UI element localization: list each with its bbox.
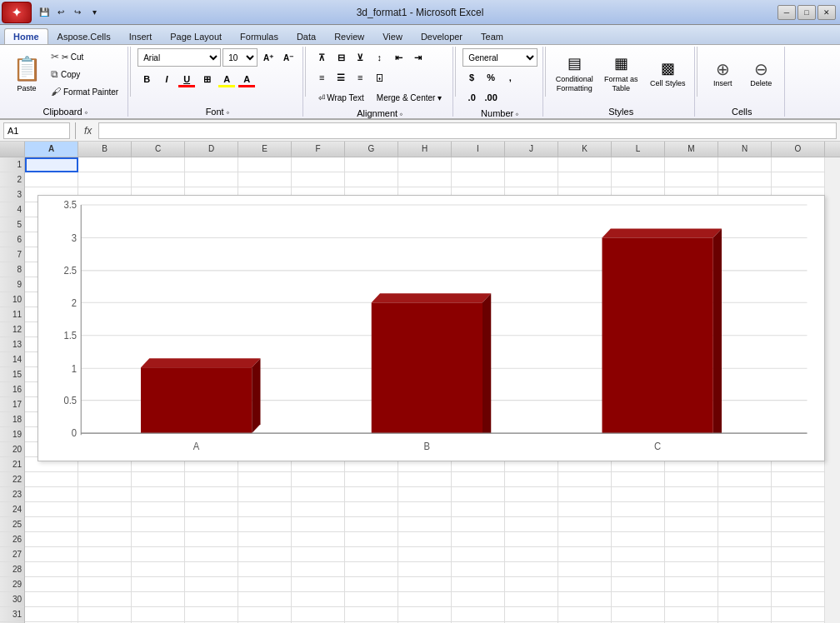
- cell-N26[interactable]: [718, 532, 772, 547]
- cell-H30[interactable]: [398, 592, 452, 607]
- number-format-select[interactable]: GeneralNumberCurrencyPercentage: [462, 48, 538, 67]
- cell-O25[interactable]: [772, 517, 825, 532]
- decrease-decimal-button[interactable]: .0: [462, 88, 481, 107]
- comma-button[interactable]: ,: [501, 68, 519, 87]
- font-expand-icon[interactable]: ⬦: [226, 108, 230, 116]
- cell-M28[interactable]: [665, 562, 718, 577]
- border-button[interactable]: ⊞: [198, 70, 216, 88]
- row-num-3[interactable]: 3: [0, 187, 24, 202]
- cell-H26[interactable]: [398, 532, 452, 547]
- cell-L22[interactable]: [612, 472, 665, 487]
- align-middle-button[interactable]: ⊟: [332, 48, 350, 67]
- cell-H29[interactable]: [398, 577, 452, 592]
- cell-K27[interactable]: [558, 547, 612, 562]
- cell-C28[interactable]: [132, 562, 185, 577]
- currency-button[interactable]: $: [462, 68, 481, 87]
- cell-E22[interactable]: [238, 472, 292, 487]
- cell-J25[interactable]: [505, 517, 558, 532]
- text-direction-button[interactable]: ↕: [370, 48, 388, 67]
- increase-decimal-button[interactable]: .00: [482, 88, 500, 107]
- row-num-15[interactable]: 15: [0, 367, 24, 382]
- col-header-L[interactable]: L: [612, 142, 665, 157]
- cell-I27[interactable]: [452, 547, 505, 562]
- close-button[interactable]: ✕: [818, 5, 836, 20]
- cell-O1[interactable]: [772, 157, 825, 172]
- row-num-6[interactable]: 6: [0, 232, 24, 247]
- cell-B27[interactable]: [78, 547, 132, 562]
- shrink-font-button[interactable]: A⁻: [279, 48, 298, 67]
- row-num-29[interactable]: 29: [0, 577, 24, 592]
- cell-O29[interactable]: [772, 577, 825, 592]
- row-num-27[interactable]: 27: [0, 547, 24, 562]
- cell-J1[interactable]: [505, 157, 558, 172]
- cell-C24[interactable]: [132, 502, 185, 517]
- row-num-16[interactable]: 16: [0, 382, 24, 397]
- cell-F22[interactable]: [292, 472, 345, 487]
- cell-D2[interactable]: [185, 172, 238, 187]
- cell-M27[interactable]: [665, 547, 718, 562]
- cell-G26[interactable]: [345, 532, 398, 547]
- cell-I28[interactable]: [452, 562, 505, 577]
- col-header-G[interactable]: G: [345, 142, 398, 157]
- row-num-25[interactable]: 25: [0, 517, 24, 532]
- row-num-22[interactable]: 22: [0, 472, 24, 487]
- cell-K1[interactable]: [558, 157, 612, 172]
- ribbon-tab-developer[interactable]: Developer: [412, 28, 472, 44]
- cell-K24[interactable]: [558, 502, 612, 517]
- cell-G24[interactable]: [345, 502, 398, 517]
- cell-M2[interactable]: [665, 172, 718, 187]
- cell-E30[interactable]: [238, 592, 292, 607]
- grow-font-button[interactable]: A⁺: [259, 48, 278, 67]
- col-header-N[interactable]: N: [718, 142, 772, 157]
- cell-J27[interactable]: [505, 547, 558, 562]
- ribbon-tab-asposecells[interactable]: Aspose.Cells: [48, 28, 120, 44]
- row-num-1[interactable]: 1: [0, 157, 24, 172]
- cell-B25[interactable]: [78, 517, 132, 532]
- cell-A31[interactable]: [25, 607, 78, 622]
- cell-C22[interactable]: [132, 472, 185, 487]
- cell-E25[interactable]: [238, 517, 292, 532]
- cell-B30[interactable]: [78, 592, 132, 607]
- wrap-text-button[interactable]: ⏎ Wrap Text: [312, 88, 370, 107]
- cell-H25[interactable]: [398, 517, 452, 532]
- col-header-I[interactable]: I: [452, 142, 505, 157]
- cell-L28[interactable]: [612, 562, 665, 577]
- clipboard-expand-icon[interactable]: ⬦: [84, 108, 88, 116]
- cell-A1[interactable]: [25, 157, 78, 172]
- cell-G25[interactable]: [345, 517, 398, 532]
- cell-N25[interactable]: [718, 517, 772, 532]
- col-header-D[interactable]: D: [185, 142, 238, 157]
- align-left-button[interactable]: ≡: [312, 68, 331, 87]
- cell-M25[interactable]: [665, 517, 718, 532]
- col-header-B[interactable]: B: [78, 142, 132, 157]
- merge-center-button[interactable]: Merge & Center ▾: [371, 88, 448, 107]
- cell-H28[interactable]: [398, 562, 452, 577]
- cell-G1[interactable]: [345, 157, 398, 172]
- cell-M1[interactable]: [665, 157, 718, 172]
- indent-increase-button[interactable]: ⇥: [408, 48, 427, 67]
- cell-L29[interactable]: [612, 577, 665, 592]
- cell-O22[interactable]: [772, 472, 825, 487]
- cell-L2[interactable]: [612, 172, 665, 187]
- cell-F2[interactable]: [292, 172, 345, 187]
- cell-M23[interactable]: [665, 487, 718, 502]
- col-header-F[interactable]: F: [292, 142, 345, 157]
- cell-K23[interactable]: [558, 487, 612, 502]
- row-num-9[interactable]: 9: [0, 277, 24, 292]
- cell-H22[interactable]: [398, 472, 452, 487]
- cell-J23[interactable]: [505, 487, 558, 502]
- cell-N30[interactable]: [718, 592, 772, 607]
- cell-H24[interactable]: [398, 502, 452, 517]
- cell-A30[interactable]: [25, 592, 78, 607]
- ribbon-tab-review[interactable]: Review: [325, 28, 373, 44]
- cell-B29[interactable]: [78, 577, 132, 592]
- fill-color-button[interactable]: A: [218, 70, 236, 88]
- cell-L1[interactable]: [612, 157, 665, 172]
- cell-D1[interactable]: [185, 157, 238, 172]
- cell-N1[interactable]: [718, 157, 772, 172]
- cell-N31[interactable]: [718, 607, 772, 622]
- cell-E24[interactable]: [238, 502, 292, 517]
- row-num-4[interactable]: 4: [0, 202, 24, 217]
- orientation-button[interactable]: ⌺: [370, 68, 388, 87]
- cell-N23[interactable]: [718, 487, 772, 502]
